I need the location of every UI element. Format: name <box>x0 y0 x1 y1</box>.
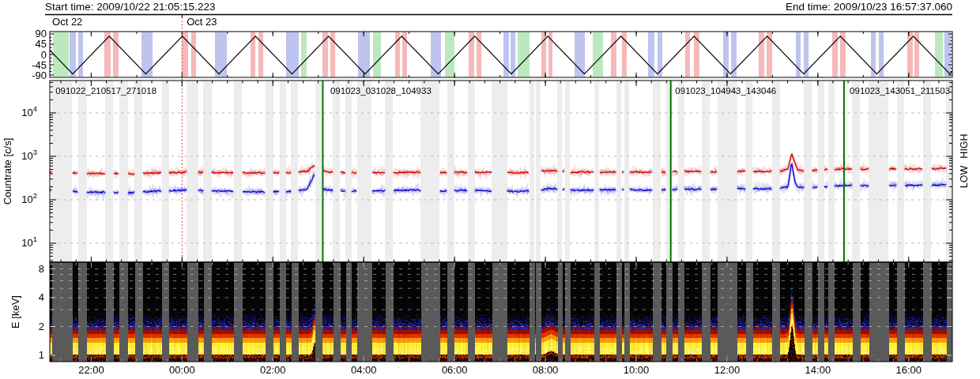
data-gap-band <box>315 81 322 262</box>
figure-svg: Start time: 2009/10/22 21:05:15.223 End … <box>0 0 980 379</box>
data-gap-band <box>923 81 931 262</box>
x-tick-label: 02:00 <box>260 364 286 376</box>
data-gap-band <box>852 81 860 262</box>
data-gap-band <box>51 81 72 262</box>
data-gap-band <box>78 81 87 262</box>
orbit-band-red <box>191 32 196 77</box>
data-gap-band <box>266 81 273 262</box>
data-gap-band <box>557 81 562 262</box>
y-tick-label: 1 <box>39 349 44 361</box>
orbit-band-green <box>518 32 530 77</box>
file-interval-label: 091023_104943_143046 <box>675 86 776 96</box>
orbit-band-blue <box>431 32 441 77</box>
y-tick-label: 104 <box>21 104 37 118</box>
data-gap-band <box>234 81 242 262</box>
countrate-axis-title: Countrate [c/s] <box>2 138 13 205</box>
orbit-band-red <box>469 32 474 77</box>
data-gap-band <box>357 81 371 262</box>
data-gap-band <box>818 81 824 262</box>
energy-axis-title: E [keV] <box>9 295 21 328</box>
orbit-band-red <box>258 32 263 77</box>
panel-box <box>50 262 952 362</box>
data-gap-band <box>869 81 888 262</box>
data-gap-band <box>678 81 684 262</box>
x-tick-label: 00:00 <box>169 364 195 376</box>
orbit-band-blue <box>78 32 83 77</box>
data-gap-band <box>280 81 286 262</box>
orbit-band-green <box>445 32 454 77</box>
orbit-band-blue <box>215 32 227 77</box>
detector-low-label: LOW <box>959 166 970 189</box>
lightcurve-spectrogram-figure: Start time: 2009/10/22 21:05:15.223 End … <box>0 0 980 379</box>
file-interval-label: 091023_143051_211503 <box>850 86 950 96</box>
end-time-label: End time: 2009/10/23 16:57:37.060 <box>786 1 952 13</box>
orbit-band-red <box>907 32 913 77</box>
data-gap-band <box>828 81 835 262</box>
data-gap-band <box>666 81 673 262</box>
orbit-band-red <box>622 32 627 77</box>
x-tick-label: 22:00 <box>78 364 104 376</box>
data-gap-band <box>530 81 534 262</box>
x-tick-label: 12:00 <box>714 364 741 376</box>
date-label-oct22: Oct 22 <box>52 16 82 28</box>
data-gap-band <box>624 81 629 262</box>
orbit-band-red <box>322 32 328 77</box>
data-gap-band <box>772 81 780 262</box>
x-tick-label: 04:00 <box>351 364 377 376</box>
data-gap-band <box>946 81 952 262</box>
y-tick-label: -90 <box>32 69 47 81</box>
y-tick-label: 101 <box>21 235 37 249</box>
orbit-band-blue <box>879 32 884 77</box>
orbit-band-blue <box>70 32 76 77</box>
orbit-band-blue <box>141 32 153 77</box>
orbit-band-blue <box>358 32 370 77</box>
data-gap-band <box>653 81 661 262</box>
start-time-label: Start time: 2009/10/22 21:05:15.223 <box>45 1 215 13</box>
data-gap-band <box>119 81 128 262</box>
y-tick-label: 4 <box>39 291 44 303</box>
date-label-oct23: Oct 23 <box>187 16 217 28</box>
data-gap-band <box>897 81 904 262</box>
data-gap-band <box>702 81 710 262</box>
y-tick-label: 103 <box>21 148 37 162</box>
spectrogram-panel: 124822:0000:0002:0004:0006:0008:0010:001… <box>39 262 952 376</box>
file-interval-label: 091022_210517_271018 <box>55 86 156 96</box>
data-gap-band <box>594 81 599 262</box>
orbit-band-red <box>685 32 690 77</box>
data-gap-band <box>345 81 352 262</box>
data-gap-band <box>745 81 752 262</box>
detector-high-label: HIGH <box>959 133 970 158</box>
data-gap-band <box>468 81 475 262</box>
orbit-band-blue <box>575 32 585 77</box>
orbit-band-red <box>832 32 838 77</box>
data-gap-band <box>187 81 198 262</box>
data-gap-band <box>385 81 393 262</box>
orbit-band-green <box>373 32 381 77</box>
data-gap-band <box>536 81 541 262</box>
orbit-band-green <box>935 32 943 77</box>
y-tick-label: 2 <box>39 321 44 332</box>
file-interval-label: 091023_031028_104933 <box>330 86 432 96</box>
data-gap-band <box>203 81 212 262</box>
orbit-band-red <box>104 32 111 77</box>
pointing-panel: 90450-45-90 <box>0 15 980 81</box>
data-gap-band <box>492 81 507 262</box>
orbit-band-red <box>759 32 764 77</box>
x-tick-label: 06:00 <box>442 364 468 376</box>
data-gap-band <box>616 81 621 262</box>
orbit-band-green <box>593 32 603 77</box>
y-tick-label: 8 <box>39 263 44 275</box>
x-tick-label: 14:00 <box>805 364 831 376</box>
x-tick-label: 16:00 <box>896 364 922 376</box>
orbit-band-green <box>301 32 307 77</box>
countrate-panel: 091022_210517_271018091023_031028_104933… <box>21 17 952 262</box>
data-gap-band <box>420 81 439 262</box>
data-gap-band <box>565 81 570 262</box>
orbit-band-red <box>611 32 616 77</box>
orbit-band-green <box>53 32 69 77</box>
x-tick-label: 08:00 <box>533 364 559 376</box>
data-gap-band <box>134 81 142 262</box>
y-tick-label: 102 <box>21 191 37 205</box>
data-gap-band <box>291 81 298 262</box>
orbit-band-red <box>113 32 119 77</box>
